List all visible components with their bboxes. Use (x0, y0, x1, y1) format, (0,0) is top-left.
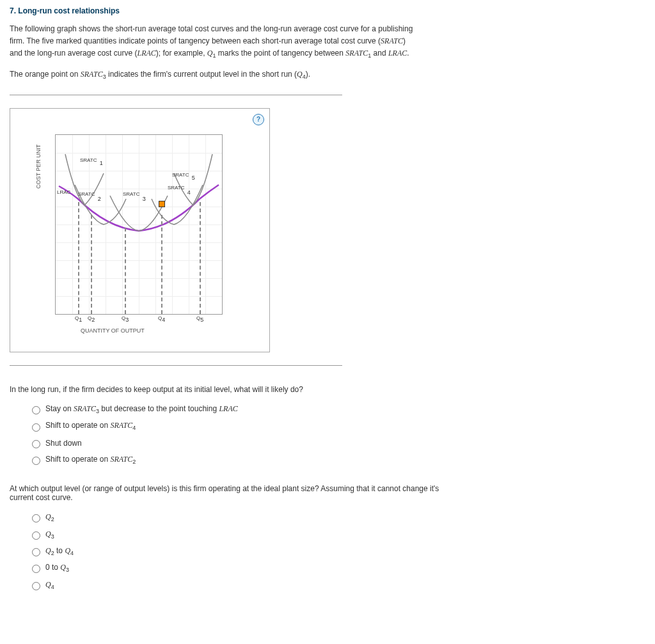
intro-paragraph-1: The following graph shows the short-run … (10, 23, 419, 61)
question-title: 7. Long-run cost relationships (10, 6, 645, 15)
q2-option-d[interactable]: 0 to Q3 (29, 563, 645, 573)
q1-option-b[interactable]: Shift to operate on SRATC4 (29, 421, 645, 431)
q2-radio-b[interactable] (32, 531, 40, 540)
divider-top (10, 95, 342, 95)
q2-option-c[interactable]: Q2 to Q4 (29, 546, 645, 556)
question-1-text: In the long run, if the firm decides to … (10, 385, 457, 394)
q1-option-d[interactable]: Shift to operate on SRATC2 (29, 455, 645, 465)
q2-radio-c[interactable] (32, 548, 40, 556)
chart-plot-area: SRATC 1 LRAC SRATC 2 SRATC 3 SRATC 4 SRA… (55, 134, 223, 315)
y-axis-label: COST PER UNIT (35, 145, 42, 189)
q2-option-a[interactable]: Q2 (29, 512, 645, 522)
intro-paragraph-2: The orange point on SRATC3 indicates the… (10, 68, 419, 82)
current-output-point (159, 201, 165, 207)
q1-radio-d[interactable] (32, 457, 40, 465)
q1-radio-b[interactable] (32, 423, 40, 432)
q2-radio-a[interactable] (32, 514, 40, 522)
q1-option-a[interactable]: Stay on SRATC3 but decrease to the point… (29, 404, 645, 414)
help-icon[interactable]: ? (253, 114, 264, 125)
q2-option-b[interactable]: Q3 (29, 530, 645, 540)
q1-radio-a[interactable] (32, 406, 40, 414)
question-2-text: At which output level (or range of outpu… (10, 484, 457, 502)
q2-radio-e[interactable] (32, 582, 40, 590)
x-axis-label: QUANTITY OF OUTPUT (81, 327, 145, 334)
q2-radio-d[interactable] (32, 565, 40, 573)
divider-bottom (10, 365, 342, 366)
cost-chart: ? COST PER UNIT QUANTITY OF OUTPUT (10, 108, 270, 352)
q2-option-e[interactable]: Q4 (29, 580, 645, 590)
q1-option-c[interactable]: Shut down (29, 438, 645, 448)
q1-radio-c[interactable] (32, 440, 40, 448)
